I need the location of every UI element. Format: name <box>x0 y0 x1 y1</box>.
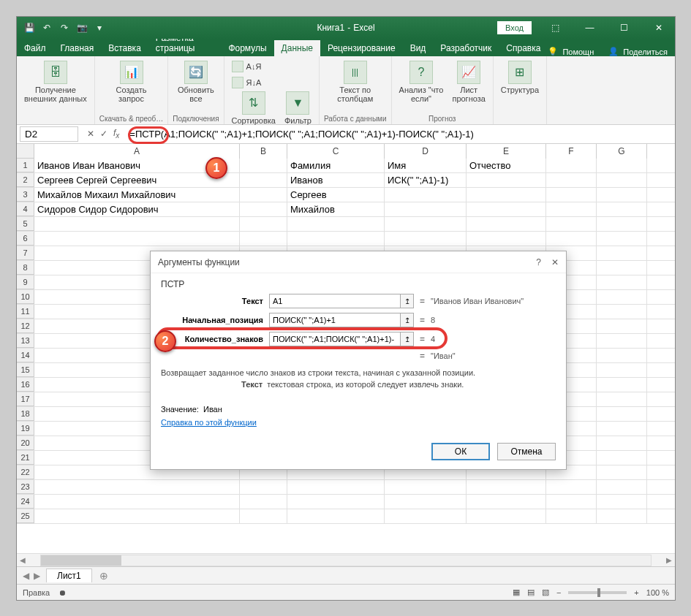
range-picker-icon[interactable]: ↥ <box>401 313 414 327</box>
cell[interactable] <box>287 217 385 231</box>
cancel-formula-icon[interactable]: ✕ <box>87 129 94 139</box>
cell[interactable] <box>34 480 240 494</box>
cell[interactable] <box>34 509 240 523</box>
camera-icon[interactable]: 📷 <box>77 23 87 33</box>
tab-data[interactable]: Данные <box>274 40 320 56</box>
cell[interactable]: Сидоров Сидор Сидорович <box>34 202 240 216</box>
cell[interactable]: Сергеев <box>287 188 385 202</box>
tab-developer[interactable]: Разработчик <box>433 40 499 56</box>
cell[interactable]: Отчество <box>467 159 546 172</box>
cell[interactable] <box>467 495 546 509</box>
view-normal-icon[interactable]: ▦ <box>513 588 520 597</box>
row-header[interactable]: 20 <box>17 436 34 450</box>
new-query-button[interactable]: 📊 Создать запрос <box>99 59 164 104</box>
row-header[interactable]: 15 <box>17 363 34 377</box>
row-header[interactable]: 12 <box>17 319 34 333</box>
row-header[interactable]: 2 <box>17 173 34 187</box>
cell[interactable] <box>240 173 287 187</box>
row-header[interactable]: 5 <box>17 217 34 231</box>
select-all-corner[interactable] <box>17 144 34 159</box>
cell[interactable] <box>385 217 467 231</box>
sheet-nav-prev-icon[interactable]: ◀ <box>23 571 29 581</box>
cell[interactable] <box>597 173 647 187</box>
cell[interactable] <box>287 232 385 246</box>
cell[interactable] <box>597 465 647 479</box>
row-header[interactable]: 9 <box>17 275 34 289</box>
maximize-button[interactable]: ☐ <box>608 17 641 39</box>
add-sheet-button[interactable]: ⊕ <box>92 570 116 582</box>
what-if-button[interactable]: ?Анализ "что если" <box>396 59 447 104</box>
sheet-nav-next-icon[interactable]: ▶ <box>34 571 40 581</box>
cell[interactable] <box>467 509 546 523</box>
cell[interactable] <box>467 480 546 494</box>
cell[interactable] <box>240 509 287 523</box>
row-header[interactable]: 6 <box>17 232 34 246</box>
cell[interactable] <box>597 349 647 362</box>
minimize-button[interactable]: — <box>573 17 606 39</box>
filter-button[interactable]: ▼Фильтр <box>282 90 314 126</box>
ok-button[interactable]: ОК <box>431 443 490 460</box>
ribbon-options-icon[interactable]: ⬚ <box>539 17 572 39</box>
zoom-out-icon[interactable]: − <box>556 588 561 597</box>
row-header[interactable]: 1 <box>17 159 34 172</box>
cell[interactable] <box>240 217 287 231</box>
cell[interactable] <box>597 188 647 202</box>
dialog-help-icon[interactable]: ? <box>536 257 541 267</box>
cell[interactable] <box>385 495 467 509</box>
tell-me-label[interactable]: Помощн <box>562 47 594 56</box>
column-header[interactable]: G <box>597 144 647 159</box>
column-header[interactable]: E <box>467 144 546 159</box>
column-header[interactable]: F <box>546 144 597 159</box>
cell[interactable] <box>546 480 597 494</box>
cell[interactable] <box>385 480 467 494</box>
cell[interactable] <box>240 159 287 172</box>
outline-button[interactable]: ⊞ Структура <box>498 59 542 96</box>
cell[interactable]: Михайлов Михаил Михайлович <box>34 188 240 202</box>
cell[interactable] <box>597 261 647 275</box>
cell[interactable] <box>546 509 597 523</box>
cell[interactable] <box>546 495 597 509</box>
cell[interactable] <box>546 202 597 216</box>
cell[interactable]: ИСК(" ";A1)-1) <box>385 173 467 187</box>
row-header[interactable]: 25 <box>17 509 34 523</box>
cell[interactable] <box>467 202 546 216</box>
row-header[interactable]: 24 <box>17 495 34 509</box>
text-to-columns-button[interactable]: ⫼ Текст по столбцам <box>324 59 387 104</box>
tab-review[interactable]: Рецензирование <box>320 40 403 56</box>
row-header[interactable]: 18 <box>17 407 34 421</box>
range-picker-icon[interactable]: ↥ <box>401 332 414 346</box>
cell[interactable] <box>597 202 647 216</box>
row-header[interactable]: 4 <box>17 202 34 216</box>
cell[interactable] <box>240 232 287 246</box>
cell[interactable] <box>467 173 546 187</box>
close-button[interactable]: ✕ <box>642 17 675 39</box>
row-header[interactable]: 17 <box>17 392 34 406</box>
cell[interactable] <box>385 188 467 202</box>
row-header[interactable]: 23 <box>17 480 34 494</box>
column-header[interactable]: B <box>240 144 287 159</box>
arg-input-count[interactable] <box>269 332 401 346</box>
horizontal-scrollbar[interactable] <box>40 555 652 566</box>
cell[interactable] <box>597 480 647 494</box>
cell[interactable] <box>597 159 647 172</box>
cell[interactable]: Иванов <box>287 173 385 187</box>
tab-view[interactable]: Вид <box>403 40 434 56</box>
forecast-sheet-button[interactable]: 📈Лист прогноза <box>449 59 488 104</box>
cell[interactable] <box>597 305 647 319</box>
scroll-left-icon[interactable]: ◀ <box>17 555 29 566</box>
cell[interactable] <box>467 217 546 231</box>
cell[interactable] <box>385 509 467 523</box>
name-box[interactable] <box>20 126 78 142</box>
cell[interactable] <box>240 188 287 202</box>
tab-insert[interactable]: Вставка <box>101 40 148 56</box>
cell[interactable]: Фамилия <box>287 159 385 172</box>
redo-icon[interactable]: ↷ <box>59 23 69 33</box>
cell[interactable] <box>240 495 287 509</box>
cell[interactable] <box>597 246 647 260</box>
refresh-all-button[interactable]: 🔄 Обновить все <box>173 59 219 104</box>
fx-icon[interactable]: fx <box>113 128 119 140</box>
cell[interactable] <box>385 202 467 216</box>
zoom-level[interactable]: 100 % <box>646 588 669 597</box>
formula-bar[interactable]: =ПСТР(A1;ПОИСК(" ";A1)+1;ПОИСК(" ";A1;ПО… <box>125 127 675 141</box>
accept-formula-icon[interactable]: ✓ <box>100 129 107 139</box>
